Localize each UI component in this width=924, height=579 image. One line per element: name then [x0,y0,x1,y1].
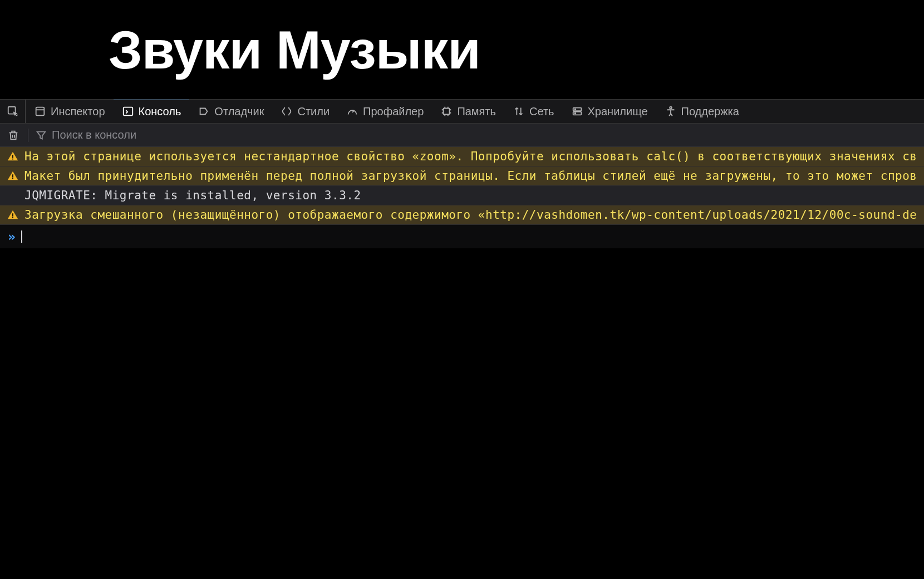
toolbar-divider [28,129,28,142]
clear-console-button[interactable] [6,127,21,143]
console-message-warning[interactable]: На этой странице используется нестандарт… [0,147,924,166]
storage-icon [571,105,583,117]
svg-rect-13 [12,213,13,217]
tab-label: Инспектор [51,105,105,118]
tab-accessibility[interactable]: Поддержка [656,100,748,123]
accessibility-icon [665,105,677,117]
text-caret [21,230,22,243]
memory-icon [440,105,453,117]
svg-point-7 [574,113,576,114]
console-filter-input[interactable] [52,129,219,141]
console-prompt-row[interactable]: » [0,225,924,248]
tab-label: Память [457,105,496,118]
console-input[interactable] [28,230,916,243]
tab-label: Сеть [529,105,554,118]
tab-debugger[interactable]: Отладчик [189,100,272,123]
tab-console[interactable]: Консоль [114,100,190,123]
tab-label: Хранилище [588,105,648,118]
console-message-warning[interactable]: Макет был принудительно применён перед п… [0,166,924,186]
page-title: Звуки Музыки [109,23,480,77]
profiler-icon [346,105,358,117]
message-text: JQMIGRATE: Migrate is installed, version… [24,189,361,202]
prompt-icon: » [8,229,16,244]
pick-element-button[interactable] [0,100,26,123]
tab-storage[interactable]: Хранилище [563,100,656,123]
devtools-tab-bar: Инспектор Консоль Отладчик Стили [0,99,924,124]
warning-icon [7,170,19,182]
pick-element-icon [7,105,19,117]
tab-label: Консоль [139,105,181,118]
inspector-icon [34,105,46,117]
tab-network[interactable]: Сеть [504,100,562,123]
tab-label: Профайлер [363,105,424,118]
svg-rect-9 [12,155,13,158]
trash-icon [7,129,19,141]
network-icon [513,105,525,117]
tab-inspector[interactable]: Инспектор [26,100,114,123]
svg-rect-10 [12,159,13,160]
warning-icon [7,209,19,221]
tab-styles[interactable]: Стили [272,100,338,123]
console-messages: На этой странице используется нестандарт… [0,147,924,225]
console-filter-area[interactable] [35,129,918,141]
console-toolbar [0,124,924,147]
tab-label: Поддержка [681,105,739,118]
svg-point-6 [574,109,576,110]
svg-rect-12 [12,178,13,179]
message-text: Макет был принудительно применён перед п… [24,169,917,183]
message-text: Загрузка смешанного (незащищённого) отоб… [24,208,917,222]
tab-profiler[interactable]: Профайлер [338,100,432,123]
console-message-log[interactable]: JQMIGRATE: Migrate is installed, version… [0,186,924,205]
tab-label: Отладчик [214,105,264,118]
svg-rect-1 [36,107,45,116]
filter-icon [35,129,47,141]
console-icon [122,105,134,117]
console-message-warning[interactable]: Загрузка смешанного (незащищённого) отоб… [0,205,924,225]
devtools-panel: Инспектор Консоль Отладчик Стили [0,99,924,248]
svg-rect-11 [12,174,13,178]
debugger-icon [198,105,210,117]
tab-memory[interactable]: Память [432,100,504,123]
message-text: На этой странице используется нестандарт… [24,150,917,163]
svg-rect-2 [123,107,132,116]
svg-rect-3 [444,109,450,115]
svg-point-8 [670,107,672,109]
page-content-area: Звуки Музыки [0,0,924,99]
tab-label: Стили [297,105,330,118]
warning-icon [7,150,19,163]
styles-icon [281,105,293,117]
svg-rect-14 [12,217,13,218]
